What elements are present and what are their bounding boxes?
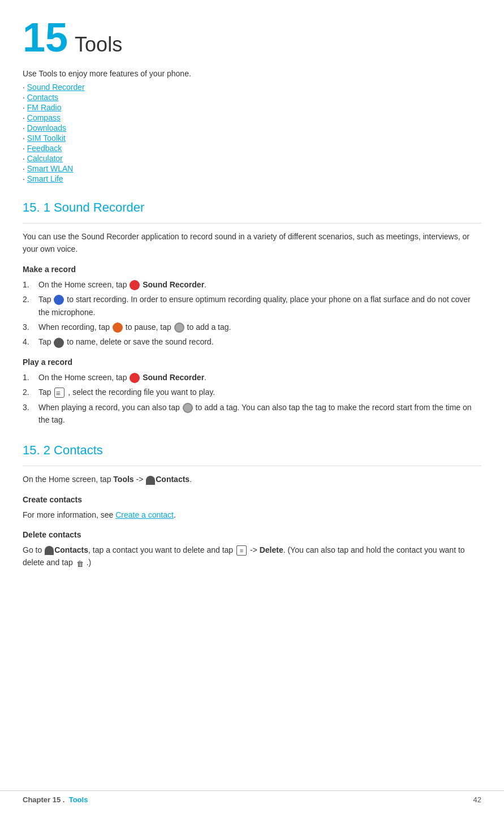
toc-link-calculator[interactable]: Calculator [27,154,63,163]
create-contacts-title: Create contacts [23,495,481,504]
toc-item-smart-life: Smart Life [23,174,481,183]
toc-item-downloads: Downloads [23,123,481,132]
sound-recorder-intro: You can use the Sound Recorder applicati… [23,230,481,256]
make-a-record-title: Make a record [23,265,481,274]
intro-text: Use Tools to enjoy more features of your… [23,69,481,78]
toc-link-smart-wlan[interactable]: Smart WLAN [27,164,74,173]
contacts-icon-2 [45,546,54,555]
create-contacts-text: For more information, see Create a conta… [23,509,481,521]
footer-page-number: 42 [473,795,481,804]
page-footer: Chapter 15 . Tools 42 [0,790,504,804]
record-start-icon [54,295,64,305]
toc-link-sound-recorder[interactable]: Sound Recorder [27,83,85,92]
list-button-icon [54,388,64,398]
section-contacts-header: 15. 2 Contacts [23,443,481,458]
toc-link-contacts[interactable]: Contacts [27,93,58,102]
list-item: 2. Tap to start recording. In order to e… [23,293,481,319]
toc-list: Sound Recorder Contacts FM Radio Compass… [23,83,481,183]
pause-icon [113,322,123,333]
toc-link-smart-life[interactable]: Smart Life [27,174,63,183]
toc-item-sim-toolkit: SIM Toolkit [23,134,481,143]
make-a-record-list: 1. On the Home screen, tap Sound Recorde… [23,278,481,349]
make-a-record-subsection: Make a record 1. On the Home screen, tap… [23,265,481,349]
play-a-record-subsection: Play a record 1. On the Home screen, tap… [23,358,481,427]
toc-item-contacts: Contacts [23,93,481,102]
delete-contacts-text: Go to Contacts, tap a contact you want t… [23,544,481,569]
toc-item-feedback: Feedback [23,144,481,153]
tag-icon [174,322,184,333]
section-contacts: 15. 2 Contacts On the Home screen, tap T… [23,443,481,569]
toc-item-sound-recorder: Sound Recorder [23,83,481,92]
section-divider-1 [23,223,481,223]
list-item: 3. When playing a record, you can also t… [23,401,481,427]
contacts-icon-1 [146,476,155,485]
list-item: 1. On the Home screen, tap Sound Recorde… [23,278,481,291]
contacts-intro: On the Home screen, tap Tools -> Contact… [23,473,481,485]
toc-item-compass: Compass [23,113,481,122]
footer-chapter: Chapter 15 . Tools [23,795,88,804]
section-divider-2 [23,466,481,466]
toc-item-smart-wlan: Smart WLAN [23,164,481,173]
chapter-title: Tools [75,33,122,59]
chapter-number: 15 [23,17,68,58]
toc-link-feedback[interactable]: Feedback [27,144,62,153]
toc-link-downloads[interactable]: Downloads [27,123,66,132]
menu-icon: ≡ [236,545,247,556]
toc-link-sim-toolkit[interactable]: SIM Toolkit [27,134,66,143]
delete-contacts-title: Delete contacts [23,530,481,539]
create-contacts-subsection: Create contacts For more information, se… [23,495,481,521]
tag-icon-2 [183,403,193,413]
list-item: 1. On the Home screen, tap Sound Recorde… [23,371,481,384]
toc-item-fm-radio: FM Radio [23,103,481,112]
stop-icon [54,338,64,348]
trash-icon: 🗑 [76,558,85,569]
list-item: 2. Tap , select the recording file you w… [23,386,481,398]
play-a-record-list: 1. On the Home screen, tap Sound Recorde… [23,371,481,427]
section-sound-recorder-header: 15. 1 Sound Recorder [23,200,481,215]
toc-item-calculator: Calculator [23,154,481,163]
list-item: 3. When recording, tap to pause, tap to … [23,321,481,333]
create-contact-link[interactable]: Create a contact [115,510,174,519]
delete-contacts-subsection: Delete contacts Go to Contacts, tap a co… [23,530,481,569]
toc-link-fm-radio[interactable]: FM Radio [27,103,62,112]
sound-recorder-icon-1 [130,280,140,290]
section-sound-recorder: 15. 1 Sound Recorder You can use the Sou… [23,200,481,426]
chapter-header: 15 Tools [23,17,481,59]
play-a-record-title: Play a record [23,358,481,367]
toc-link-compass[interactable]: Compass [27,113,61,122]
list-item: 4. Tap to name, delete or save the sound… [23,335,481,348]
footer-section: Tools [69,795,88,804]
sound-recorder-icon-2 [130,373,140,383]
